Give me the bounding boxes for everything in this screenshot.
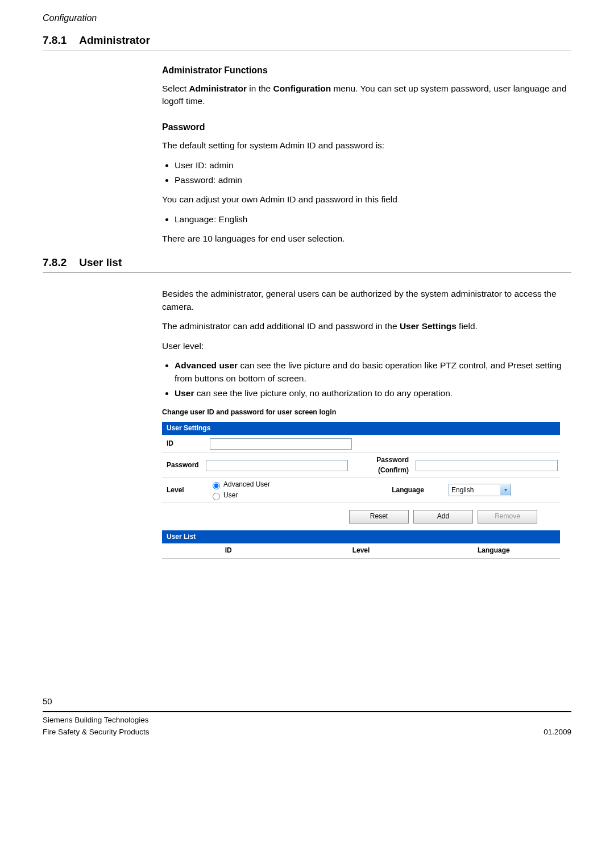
section-rule: [43, 51, 571, 51]
section-title: User list: [79, 255, 122, 271]
userlist-body: Besides the administrator, general users…: [162, 288, 571, 558]
radio-text: Advanced User: [223, 480, 270, 489]
footer-line1: Siemens Building Technologies: [43, 715, 571, 726]
level-radio-group: Advanced User User: [210, 480, 270, 501]
userlist-intro: Besides the administrator, general users…: [162, 288, 571, 313]
admin-body: Administrator Functions Select Administr…: [162, 64, 571, 246]
radio-advanced-user-label[interactable]: Advanced User: [210, 480, 270, 489]
list-item: Advanced user can see the live picture a…: [175, 359, 571, 385]
password-confirm-label: Password (Confirm): [350, 453, 413, 477]
list-item: Password: admin: [175, 174, 571, 186]
id-cell: [208, 437, 370, 451]
bold-configuration: Configuration: [273, 84, 331, 93]
language-value: English: [451, 485, 474, 495]
user-list-title: User List: [162, 530, 560, 543]
text: The administrator can add additional ID …: [162, 321, 400, 331]
spacer: [370, 442, 446, 446]
radio-user-label[interactable]: User: [210, 491, 270, 500]
form-caption: Change user ID and password for user scr…: [162, 407, 571, 417]
add-button[interactable]: Add: [413, 510, 473, 524]
level-row: Level Advanced User User Language Englis…: [162, 478, 560, 503]
admin-credentials-list: User ID: admin Password: admin: [162, 159, 571, 187]
id-row: ID: [162, 435, 560, 453]
col-level: Level: [294, 546, 427, 555]
language-label: Language: [370, 483, 446, 497]
text: Select: [162, 84, 189, 93]
user-level-list: Advanced user can see the live picture a…: [162, 359, 571, 400]
bold-user: User: [175, 388, 194, 398]
footer-rule: [43, 711, 571, 712]
section-7-8-1: 7.8.1 Administrator: [43, 32, 571, 48]
level-label: Level: [162, 483, 208, 497]
chapter-header: Configuration: [43, 11, 571, 24]
password-cell: [204, 458, 350, 473]
remove-button[interactable]: Remove: [478, 510, 537, 524]
reset-button[interactable]: Reset: [349, 510, 409, 524]
footer-date: 01.2009: [544, 726, 571, 738]
password-heading: Password: [162, 121, 571, 134]
language-list: Language: English: [162, 213, 571, 226]
radio-text: User: [223, 491, 238, 500]
text: can see the live picture only, no author…: [194, 388, 453, 398]
footer-line2-row: Fire Safety & Security Products 01.2009: [43, 726, 571, 738]
level-cell: Advanced User User: [208, 478, 370, 502]
adjust-id-text: You can adjust your own Admin ID and pas…: [162, 193, 571, 206]
text: field.: [457, 321, 478, 331]
id-input[interactable]: [210, 438, 352, 450]
page-number: 50: [43, 695, 571, 708]
button-row: Reset Add Remove: [162, 503, 560, 530]
password-confirm-input[interactable]: [416, 460, 558, 471]
user-list-header: ID Level Language: [162, 543, 560, 558]
bold-user-settings: User Settings: [400, 321, 457, 331]
col-id: ID: [162, 546, 294, 555]
user-settings-title: User Settings: [162, 422, 560, 435]
chevron-down-icon: ▾: [500, 485, 511, 495]
admin-intro-paragraph: Select Administrator in the Configuratio…: [162, 82, 571, 108]
footer: Siemens Building Technologies Fire Safet…: [43, 715, 571, 738]
id-label: ID: [162, 437, 208, 451]
admin-functions-heading: Administrator Functions: [162, 64, 571, 77]
password-confirm-cell: [413, 458, 560, 473]
userlist-add-id: The administrator can add additional ID …: [162, 320, 571, 333]
section-rule: [43, 272, 571, 273]
section-title: Administrator: [79, 32, 150, 48]
section-7-8-2: 7.8.2 User list: [43, 255, 571, 271]
bold-advanced-user: Advanced user: [175, 360, 238, 370]
bold-administrator: Administrator: [189, 84, 247, 93]
language-select[interactable]: English ▾: [449, 484, 511, 496]
section-number: 7.8.2: [43, 255, 67, 271]
section-number: 7.8.1: [43, 32, 67, 48]
language-cell: English ▾: [446, 482, 560, 498]
list-item: User can see the live picture only, no a…: [175, 387, 571, 400]
list-item: User ID: admin: [175, 159, 571, 172]
user-settings-panel: User Settings ID Password Password (Conf…: [162, 422, 560, 559]
password-input[interactable]: [206, 460, 348, 471]
password-row: Password Password (Confirm): [162, 453, 560, 478]
user-level-label: User level:: [162, 340, 571, 352]
radio-advanced-user[interactable]: [213, 482, 220, 489]
list-item: Language: English: [175, 213, 571, 226]
radio-user[interactable]: [213, 493, 220, 500]
footer-line2: Fire Safety & Security Products: [43, 726, 150, 738]
text: in the: [247, 84, 273, 93]
col-language: Language: [428, 546, 560, 555]
language-count-text: There are 10 languages for end user sele…: [162, 232, 571, 245]
spacer: [446, 442, 560, 446]
password-label: Password: [162, 458, 204, 472]
default-password-text: The default setting for system Admin ID …: [162, 139, 571, 152]
